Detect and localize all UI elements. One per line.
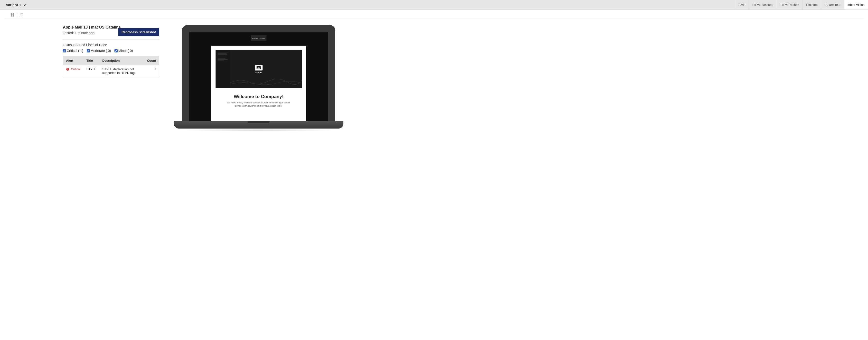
tab-plaintext[interactable]: Plaintext xyxy=(803,0,822,9)
reprocess-button[interactable]: Reprocess Screenshot xyxy=(118,28,159,36)
logo-placeholder: LOGO 130X80 xyxy=(251,35,267,41)
filter-critical-checkbox[interactable] xyxy=(63,49,66,52)
hero-image-area: 570X297 xyxy=(216,50,302,88)
edit-icon[interactable] xyxy=(23,3,27,7)
cell-title: STYLE xyxy=(84,65,99,77)
welcome-block: Welcome to Company! We make it easy to c… xyxy=(216,88,302,107)
list-view-icon[interactable] xyxy=(20,13,24,17)
cell-description: STYLE declaration not supported in HEAD … xyxy=(99,65,144,77)
col-count: Count xyxy=(144,56,159,65)
severity-filters: Critical ( 1) Moderate ( 0) Minor ( 0) xyxy=(63,49,159,53)
tab-amp[interactable]: AMP xyxy=(735,0,749,9)
welcome-heading: Welcome to Company! xyxy=(223,94,294,99)
divider xyxy=(63,39,159,39)
filter-critical-label: Critical ( 1) xyxy=(67,49,83,53)
filter-minor[interactable]: Minor ( 0) xyxy=(115,49,133,53)
table-row: Critical STYLE STYLE declaration not sup… xyxy=(63,65,159,77)
cell-count: 1 xyxy=(144,65,159,77)
alerts-table: Alert Title Description Count Critical S… xyxy=(63,56,159,77)
col-description: Description xyxy=(99,56,144,65)
svg-rect-1 xyxy=(67,68,68,69)
image-placeholder-icon xyxy=(255,65,262,70)
filter-moderate[interactable]: Moderate ( 0) xyxy=(87,49,111,53)
filter-minor-checkbox[interactable] xyxy=(115,49,118,52)
top-bar: Variant 1 AMPHTML DesktopHTML MobilePlai… xyxy=(0,0,868,10)
hero-sidebar-lines xyxy=(217,52,228,63)
tab-html-desktop[interactable]: HTML Desktop xyxy=(749,0,777,9)
view-divider: | xyxy=(17,13,18,17)
laptop-frame: LOGO 130X80 570X297 Welcom xyxy=(182,25,335,122)
hero-chart-decoration xyxy=(230,76,302,86)
email-card: 570X297 Welcome to Company! We make it e… xyxy=(211,46,306,122)
col-alert: Alert xyxy=(63,56,84,65)
variant-label: Variant 1 xyxy=(6,3,21,7)
laptop-screen: LOGO 130X80 570X297 Welcom xyxy=(189,32,328,122)
view-mode-bar: | xyxy=(4,10,864,19)
filter-moderate-checkbox[interactable] xyxy=(87,49,90,52)
svg-rect-2 xyxy=(67,70,68,70)
detail-panel: Apple Mail 13 | macOS Catalina Tested: 1… xyxy=(63,25,159,77)
filter-minor-label: Minor ( 0) xyxy=(118,49,133,53)
alerts-header-row: Alert Title Description Count xyxy=(63,56,159,65)
col-title: Title xyxy=(84,56,99,65)
svg-rect-3 xyxy=(257,66,261,69)
tab-html-mobile[interactable]: HTML Mobile xyxy=(777,0,803,9)
laptop-shadow xyxy=(181,129,337,132)
welcome-body: We make it easy to create contextual, re… xyxy=(227,101,290,107)
unsupported-heading: 1 Unsupported Lines of Code xyxy=(63,43,159,47)
tab-spam-test[interactable]: Spam Test xyxy=(822,0,844,9)
image-dimensions-label: 570X297 xyxy=(255,72,262,74)
view-tabs: AMPHTML DesktopHTML MobilePlaintextSpam … xyxy=(735,0,868,9)
alert-critical-icon xyxy=(66,67,69,71)
cell-alert: Critical xyxy=(63,65,84,77)
variant-label-group: Variant 1 xyxy=(6,3,27,7)
laptop-base xyxy=(174,121,343,129)
content-area: Apple Mail 13 | macOS Catalina Tested: 1… xyxy=(0,19,868,132)
cell-alert-text: Critical xyxy=(71,67,81,71)
preview-panel: LOGO 130X80 570X297 Welcom xyxy=(174,25,343,132)
grid-view-icon[interactable] xyxy=(10,13,14,17)
filter-critical[interactable]: Critical ( 1) xyxy=(63,49,83,53)
filter-moderate-label: Moderate ( 0) xyxy=(91,49,111,53)
tab-inbox-vision[interactable]: Inbox Vision xyxy=(844,0,868,9)
